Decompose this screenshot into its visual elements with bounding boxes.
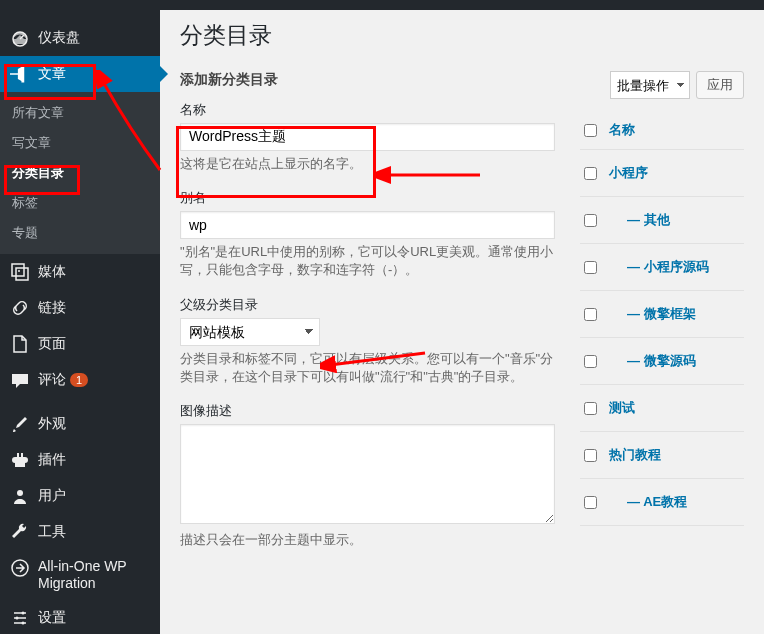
settings-icon <box>10 608 30 628</box>
main-content: 分类目录 添加新分类目录 名称 这将是它在站点上显示的名字。 别名 "别名"是在… <box>160 0 764 634</box>
submenu-all-posts[interactable]: 所有文章 <box>0 98 160 128</box>
select-all-checkbox[interactable] <box>584 124 597 137</box>
user-icon <box>10 486 30 506</box>
sidebar-label: 设置 <box>38 609 66 627</box>
sidebar-label: 评论 <box>38 371 66 389</box>
dashboard-icon <box>10 28 30 48</box>
category-link[interactable]: 测试 <box>609 399 635 417</box>
categories-list: 批量操作 应用 名称 小程序— 其他— 小程序源码— 微擎框架— 微擎源码测试热… <box>580 71 744 634</box>
migrate-icon <box>10 558 30 578</box>
add-category-form: 添加新分类目录 名称 这将是它在站点上显示的名字。 别名 "别名"是在URL中使… <box>180 71 555 634</box>
svg-point-2 <box>17 490 23 496</box>
sidebar-item-aio-migration[interactable]: All-in-One WP Migration <box>0 550 160 600</box>
apply-button[interactable]: 应用 <box>696 71 744 99</box>
table-row: — 小程序源码 <box>580 244 744 291</box>
bulk-action-select[interactable]: 批量操作 <box>610 71 690 99</box>
desc-label: 图像描述 <box>180 402 555 420</box>
row-checkbox[interactable] <box>584 214 597 227</box>
sidebar-item-media[interactable]: 媒体 <box>0 254 160 290</box>
sidebar-label: 页面 <box>38 335 66 353</box>
sidebar-item-users[interactable]: 用户 <box>0 478 160 514</box>
slug-description: "别名"是在URL中使用的别称，它可以令URL更美观。通常使用小写，只能包含字母… <box>180 243 555 279</box>
parent-label: 父级分类目录 <box>180 296 555 314</box>
category-link[interactable]: 小程序 <box>609 164 648 182</box>
table-header: 名称 <box>580 111 744 150</box>
svg-point-6 <box>22 621 25 624</box>
parent-description: 分类目录和标签不同，它可以有层级关系。您可以有一个"音乐"分类目录，在这个目录下… <box>180 350 555 386</box>
sidebar-item-dashboard[interactable]: 仪表盘 <box>0 20 160 56</box>
table-row: — AE教程 <box>580 479 744 526</box>
svg-point-4 <box>22 611 25 614</box>
page-icon <box>10 334 30 354</box>
sidebar-label: 链接 <box>38 299 66 317</box>
sidebar-label: 工具 <box>38 523 66 541</box>
row-checkbox[interactable] <box>584 261 597 274</box>
sidebar-item-comments[interactable]: 评论 1 <box>0 362 160 398</box>
slug-label: 别名 <box>180 189 555 207</box>
table-row: 小程序 <box>580 150 744 197</box>
table-row: — 微擎源码 <box>580 338 744 385</box>
svg-point-1 <box>18 270 20 272</box>
description-textarea[interactable] <box>180 424 555 524</box>
sidebar-label: 文章 <box>38 65 66 83</box>
row-checkbox[interactable] <box>584 496 597 509</box>
form-section-title: 添加新分类目录 <box>180 71 555 89</box>
sidebar-label: 媒体 <box>38 263 66 281</box>
page-title: 分类目录 <box>180 20 744 51</box>
sidebar-item-settings[interactable]: 设置 <box>0 600 160 634</box>
name-description: 这将是它在站点上显示的名字。 <box>180 155 555 173</box>
submenu-categories[interactable]: 分类目录 <box>0 158 160 188</box>
svg-point-5 <box>16 616 19 619</box>
row-checkbox[interactable] <box>584 402 597 415</box>
sidebar-item-pages[interactable]: 页面 <box>0 326 160 362</box>
sidebar-label: 仪表盘 <box>38 29 80 47</box>
sidebar-label: All-in-One WP Migration <box>38 558 150 592</box>
category-link[interactable]: — 其他 <box>609 211 670 229</box>
sidebar-label: 外观 <box>38 415 66 433</box>
category-link[interactable]: — 微擎框架 <box>609 305 696 323</box>
brush-icon <box>10 414 30 434</box>
link-icon <box>10 298 30 318</box>
name-label: 名称 <box>180 101 555 119</box>
submenu-tags[interactable]: 标签 <box>0 188 160 218</box>
col-name-header[interactable]: 名称 <box>609 121 635 139</box>
comments-badge: 1 <box>70 373 88 387</box>
posts-submenu: 所有文章 写文章 分类目录 标签 专题 <box>0 92 160 254</box>
sidebar-label: 插件 <box>38 451 66 469</box>
sidebar-item-tools[interactable]: 工具 <box>0 514 160 550</box>
plugin-icon <box>10 450 30 470</box>
category-link[interactable]: — 小程序源码 <box>609 258 709 276</box>
row-checkbox[interactable] <box>584 355 597 368</box>
sidebar-label: 用户 <box>38 487 66 505</box>
sidebar-item-links[interactable]: 链接 <box>0 290 160 326</box>
media-icon <box>10 262 30 282</box>
submenu-new-post[interactable]: 写文章 <box>0 128 160 158</box>
category-link[interactable]: 热门教程 <box>609 446 661 464</box>
name-input[interactable] <box>180 123 555 151</box>
table-row: 热门教程 <box>580 432 744 479</box>
sidebar-item-plugins[interactable]: 插件 <box>0 442 160 478</box>
admin-sidebar: 仪表盘 文章 所有文章 写文章 分类目录 标签 专题 媒体 链接 页面 <box>0 0 160 634</box>
table-row: 测试 <box>580 385 744 432</box>
parent-select[interactable]: 网站模板 <box>180 318 320 346</box>
table-row: — 其他 <box>580 197 744 244</box>
comment-icon <box>10 370 30 390</box>
submenu-topics[interactable]: 专题 <box>0 218 160 248</box>
row-checkbox[interactable] <box>584 449 597 462</box>
wrench-icon <box>10 522 30 542</box>
slug-input[interactable] <box>180 211 555 239</box>
desc-description: 描述只会在一部分主题中显示。 <box>180 531 555 549</box>
active-indicator-icon <box>160 66 168 82</box>
pin-icon <box>10 64 30 84</box>
table-row: — 微擎框架 <box>580 291 744 338</box>
sidebar-item-appearance[interactable]: 外观 <box>0 406 160 442</box>
row-checkbox[interactable] <box>584 308 597 321</box>
sidebar-item-posts[interactable]: 文章 <box>0 56 160 92</box>
row-checkbox[interactable] <box>584 167 597 180</box>
category-link[interactable]: — 微擎源码 <box>609 352 696 370</box>
category-link[interactable]: — AE教程 <box>609 493 687 511</box>
